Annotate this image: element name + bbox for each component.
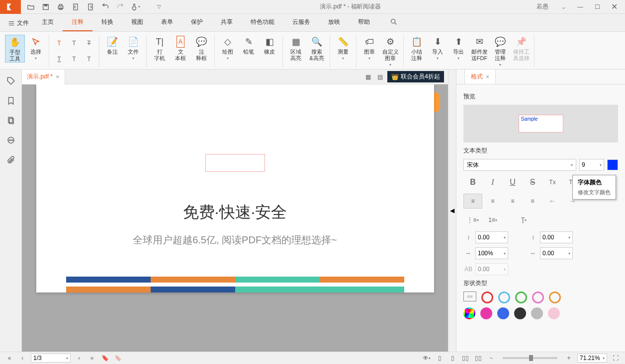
- tab-help[interactable]: 帮助: [349, 14, 379, 31]
- fullscreen-icon[interactable]: ⛶: [611, 354, 620, 363]
- attachments-panel-icon[interactable]: [5, 155, 16, 166]
- zoom-level-input[interactable]: 71.21%▾: [577, 354, 607, 363]
- search-icon[interactable]: [386, 14, 402, 31]
- font-family-select[interactable]: 宋体▾: [463, 159, 576, 171]
- tab-share[interactable]: 共享: [212, 14, 242, 31]
- fill-blue[interactable]: [497, 307, 509, 319]
- format-panel-tab[interactable]: 格式 ×: [464, 70, 496, 84]
- fill-gray[interactable]: [531, 307, 543, 319]
- char-spacing-input[interactable]: 0.00▾: [540, 247, 573, 259]
- align-center-button[interactable]: ≡: [483, 194, 502, 209]
- next-page-icon[interactable]: ›: [75, 354, 84, 363]
- color-lightblue[interactable]: [498, 291, 510, 303]
- grid-view-icon[interactable]: ▦: [363, 73, 372, 81]
- squiggly-icon[interactable]: T: [67, 36, 81, 50]
- print-icon[interactable]: [56, 2, 66, 12]
- send-fdf-button[interactable]: ✉ 邮件发 送FDF: [469, 35, 489, 62]
- manage-comments-button[interactable]: 💬 管理 注释▾: [490, 35, 510, 67]
- tab-protect[interactable]: 保护: [182, 14, 212, 31]
- stamp-button[interactable]: 🏷 图章▾: [359, 35, 379, 61]
- font-size-select[interactable]: 9▾: [579, 159, 604, 171]
- continuous-icon[interactable]: ▯: [448, 354, 457, 363]
- text-annotation-box[interactable]: [205, 154, 265, 172]
- underline-button[interactable]: U: [503, 175, 522, 190]
- tab-features[interactable]: 特色功能: [242, 14, 283, 31]
- import-button[interactable]: ⬇ 导入▾: [428, 35, 447, 61]
- tab-home[interactable]: 主页: [33, 14, 63, 31]
- user-name[interactable]: 若愚: [536, 2, 548, 11]
- typewriter-button[interactable]: T| 打 字机: [150, 35, 170, 62]
- tab-form[interactable]: 表单: [152, 14, 182, 31]
- color-red[interactable]: [481, 291, 493, 303]
- maximize-button[interactable]: ☐: [592, 2, 602, 12]
- document-canvas[interactable]: 💡 免费·快速·安全 全球用户超越6.5亿, 阅读PDF文档的理想选择~: [22, 84, 448, 352]
- shape-style-icon[interactable]: A≡: [463, 291, 476, 301]
- zoom-in-icon[interactable]: +: [564, 354, 573, 363]
- note-button[interactable]: 📝 备注: [102, 35, 122, 55]
- attach-file-button[interactable]: 📄 文件▾: [123, 35, 143, 61]
- prev-page-icon[interactable]: ‹: [18, 354, 27, 363]
- measure-button[interactable]: 📏 测量▾: [333, 35, 353, 61]
- fill-lightpink[interactable]: [548, 307, 560, 319]
- comments-panel-icon[interactable]: [5, 135, 16, 146]
- continuous-facing-icon[interactable]: ▯▯: [474, 354, 483, 363]
- save-icon[interactable]: [41, 2, 51, 12]
- number-list-button[interactable]: 1≡▾: [483, 213, 502, 227]
- select-tool-button[interactable]: 选择▾: [26, 35, 46, 61]
- open-icon[interactable]: [26, 2, 36, 12]
- zoom-slider[interactable]: [503, 357, 557, 359]
- replace-icon[interactable]: T: [67, 52, 81, 66]
- redo-icon[interactable]: [115, 2, 125, 12]
- fill-magenta[interactable]: [480, 307, 492, 319]
- undo-icon[interactable]: [100, 2, 110, 12]
- strikeout-icon[interactable]: T: [82, 36, 96, 50]
- before-space-input[interactable]: 0.00▾: [540, 231, 573, 243]
- align-justify-button[interactable]: ≡: [523, 194, 542, 209]
- qat-more-icon[interactable]: ▽: [154, 2, 164, 12]
- list-view-icon[interactable]: ▤: [375, 73, 384, 81]
- tab-annotate[interactable]: 注释: [63, 14, 92, 31]
- align-left-button[interactable]: ≡: [463, 194, 482, 209]
- collapse-right-icon[interactable]: ◀: [448, 70, 456, 352]
- strikethrough-button[interactable]: S: [523, 175, 542, 190]
- clear-format-button[interactable]: Ṯ▾: [514, 213, 533, 227]
- indent-decrease-button[interactable]: ⇤: [543, 194, 562, 209]
- pencil-button[interactable]: ✎ 铅笔: [239, 35, 259, 55]
- bookmark-view-icon[interactable]: 🔖: [113, 354, 122, 363]
- summary-button[interactable]: 📋 小结 注释: [407, 35, 427, 62]
- tag-panel-icon[interactable]: [5, 75, 16, 86]
- page-next-icon[interactable]: [86, 2, 95, 12]
- bookmark-panel-icon[interactable]: [5, 95, 16, 106]
- align-right-button[interactable]: ≡: [503, 194, 522, 209]
- panel-close-icon[interactable]: ×: [486, 73, 489, 80]
- minimize-button[interactable]: —: [575, 2, 585, 12]
- document-tab[interactable]: 演示.pdf * ×: [22, 70, 65, 84]
- tab-convert[interactable]: 转换: [92, 14, 122, 31]
- zoom-out-icon[interactable]: −: [487, 354, 496, 363]
- custom-stamp-button[interactable]: ⚙ 自定义 图章▾: [380, 35, 400, 67]
- page-prev-icon[interactable]: [71, 2, 81, 12]
- close-button[interactable]: ✕: [609, 2, 619, 12]
- underline-icon[interactable]: T: [52, 52, 66, 66]
- last-page-icon[interactable]: »: [88, 354, 96, 363]
- fill-black[interactable]: [514, 307, 526, 319]
- user-dropdown-icon[interactable]: ⌵: [558, 2, 568, 12]
- font-color-button[interactable]: [607, 159, 618, 170]
- color-green[interactable]: [515, 291, 527, 303]
- file-menu[interactable]: 文件: [4, 15, 33, 31]
- bookmark-add-icon[interactable]: 🔖: [100, 354, 109, 363]
- draw-button[interactable]: ◇ 绘图▾: [218, 35, 238, 61]
- pages-panel-icon[interactable]: [5, 115, 16, 126]
- reading-toggle-icon[interactable]: 👁▾: [422, 354, 431, 363]
- tab-close-icon[interactable]: ×: [56, 73, 60, 80]
- bold-button[interactable]: B: [463, 175, 482, 190]
- search-highlight-button[interactable]: 🔍 搜索 &高亮: [307, 35, 327, 62]
- tab-play[interactable]: 放映: [319, 14, 349, 31]
- superscript-button[interactable]: Tx: [543, 175, 562, 190]
- hand-tool-button[interactable]: ✋ 手型 工具: [5, 35, 25, 63]
- area-highlight-button[interactable]: ▦ 区域 高亮: [286, 35, 306, 62]
- bullet-list-button[interactable]: ⋮≡▾: [463, 213, 482, 227]
- tab-view[interactable]: 视图: [122, 14, 152, 31]
- highlight-icon[interactable]: T: [52, 36, 66, 50]
- first-page-icon[interactable]: «: [5, 354, 14, 363]
